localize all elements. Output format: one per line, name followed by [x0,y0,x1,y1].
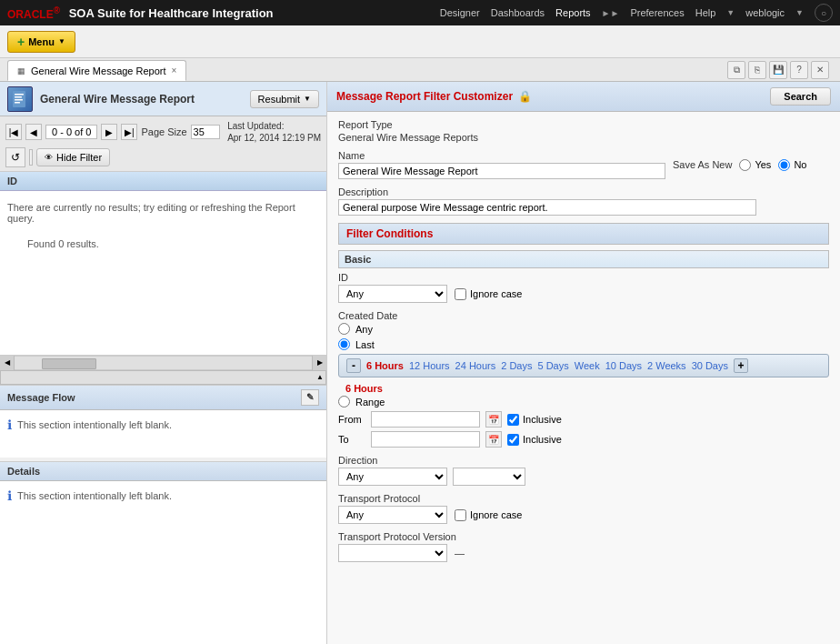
refresh-button[interactable]: ↺ [5,147,25,167]
expand-button[interactable] [29,149,33,166]
period-6h[interactable]: 6 Hours [366,360,404,371]
designer-link[interactable]: Designer [440,7,480,18]
message-flow-title: Message Flow [7,392,75,403]
last-page-button[interactable]: ▶| [121,124,137,140]
menu-button[interactable]: + Menu ▼ [7,31,75,53]
next-page-button[interactable]: ▶ [101,124,117,140]
tab-title: General Wire Message Report [31,65,166,76]
created-date-label: Created Date [338,310,829,321]
info-icon-message-flow: ℹ [7,418,12,432]
from-inclusive-checkbox[interactable] [507,414,519,426]
vertical-expand-bar[interactable]: ▲ [0,370,326,385]
date-range-radio[interactable] [338,396,350,408]
report-icon [7,86,33,112]
page-display: 0 - 0 of 0 [45,125,97,139]
pagination-row: |◀ ◀ 0 - 0 of 0 ▶ ▶| Page Size Last Upda… [0,116,326,172]
resubmit-button[interactable]: Resubmit ▼ [250,90,319,108]
from-date-input[interactable] [371,411,480,428]
ignore-case-checkbox[interactable] [455,288,466,300]
minus-button[interactable]: - [346,358,361,373]
to-inclusive-label: Inclusive [523,434,562,445]
tab-close-button[interactable]: × [172,65,177,75]
to-calendar-icon[interactable]: 📅 [485,431,502,448]
transport-ignore-case-row: Ignore case [455,509,522,521]
message-flow-header: Message Flow ✎ [0,386,326,410]
id-filter-select[interactable]: Any [338,285,447,303]
prev-page-button[interactable]: ◀ [25,124,42,140]
transport-version-select[interactable] [338,544,447,562]
period-2w[interactable]: 2 Weeks [647,360,686,371]
no-results-text: There are currently no results; try edit… [0,191,326,235]
transport-ignore-case-checkbox[interactable] [455,509,466,521]
period-24h[interactable]: 24 Hours [455,360,496,371]
details-header: Details [0,462,326,481]
search-button[interactable]: Search [770,87,831,106]
filter-header: Message Report Filter Customizer 🔒 Searc… [327,82,840,112]
period-2d[interactable]: 2 Days [501,360,532,371]
transport-version-label: Transport Protocol Version [338,531,829,542]
direction-label: Direction [338,455,829,466]
page-size-input[interactable] [191,125,220,139]
date-any-radio[interactable] [338,323,350,335]
found-results-text: Found 0 results. [0,235,326,257]
scroll-right-button[interactable]: ▶ [312,356,326,370]
save-no-radio[interactable] [778,159,790,171]
save-button[interactable]: 💾 [769,61,787,79]
copy-button[interactable]: ⧉ [727,61,745,79]
hide-filter-label: Hide Filter [56,152,102,163]
transport-protocol-row: Transport Protocol Any Ignore case [338,493,829,524]
from-calendar-icon[interactable]: 📅 [485,411,502,428]
name-input[interactable] [338,163,665,179]
hide-filter-button[interactable]: 👁 Hide Filter [36,148,110,166]
weblogic-link[interactable]: weblogic [745,7,785,18]
top-nav: ORACLE® SOA Suite for Healthcare Integra… [0,0,840,25]
reports-link[interactable]: Reports [555,7,591,18]
close-panel-button[interactable]: ✕ [811,61,829,79]
period-30d[interactable]: 30 Days [692,360,728,371]
date-range-label: Range [355,397,385,408]
save-yes-label: Yes [755,159,771,170]
toolbar: + Menu ▼ [0,25,840,58]
period-5d[interactable]: 5 Days [538,360,569,371]
horizontal-scrollbar[interactable]: ◀ ▶ [0,356,326,370]
selected-period-display: 6 Hours [338,381,829,396]
basic-label: Basic [338,250,829,268]
right-filter-panel: Message Report Filter Customizer 🔒 Searc… [327,82,840,644]
menu-dropdown-arrow: ▼ [58,37,65,45]
first-page-button[interactable]: |◀ [5,124,22,140]
id-filter-label: ID [338,272,829,283]
scroll-thumb[interactable] [42,358,96,369]
to-label: To [338,434,365,445]
to-inclusive-checkbox[interactable] [507,434,519,446]
direction-select[interactable]: Any [338,468,447,486]
details-section: Details ℹ This section intentionally lef… [0,461,326,645]
direction-sub-select[interactable] [453,468,525,486]
left-panel: General Wire Message Report Resubmit ▼ |… [0,82,327,644]
dashboards-link[interactable]: Dashboards [491,7,545,18]
details-title: Details [7,466,40,477]
description-input[interactable] [338,199,756,216]
period-12h[interactable]: 12 Hours [409,360,450,371]
details-blank-text: This section intentionally left blank. [17,490,172,501]
name-label: Name [338,150,665,161]
help-link[interactable]: Help [695,7,716,18]
plus-button[interactable]: + [734,358,748,373]
help-button[interactable]: ? [790,61,808,79]
from-label: From [338,414,365,425]
plus-icon: + [17,35,25,49]
save-yes-radio[interactable] [739,159,751,171]
scroll-left-button[interactable]: ◀ [0,356,15,370]
date-last-radio[interactable] [338,338,350,350]
to-date-input[interactable] [371,431,480,448]
transport-protocol-select[interactable]: Any [338,506,447,524]
save-yes-radio-group: Yes [739,159,771,171]
main-tab[interactable]: ▦ General Wire Message Report × [7,60,186,81]
transport-version-dash: — [455,548,465,558]
preferences-link[interactable]: Preferences [630,7,684,18]
paste-button[interactable]: ⎘ [748,61,766,79]
message-flow-edit-button[interactable]: ✎ [301,389,319,406]
period-week[interactable]: Week [575,360,600,371]
menu-label: Menu [28,36,55,47]
svg-rect-4 [15,102,20,104]
period-10d[interactable]: 10 Days [605,360,642,371]
